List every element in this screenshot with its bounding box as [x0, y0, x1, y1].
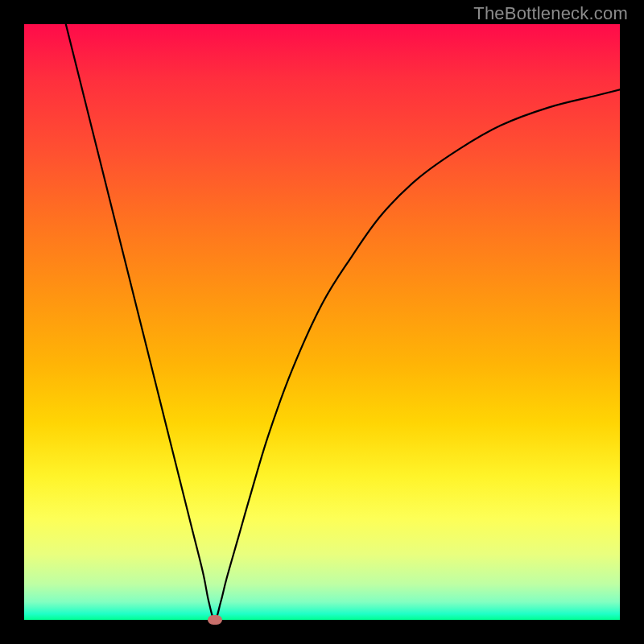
plot-area	[24, 24, 620, 620]
watermark-text: TheBottleneck.com	[473, 3, 628, 24]
chart-container: TheBottleneck.com	[0, 0, 644, 644]
bottleneck-curve	[24, 24, 620, 620]
minimum-marker	[208, 615, 222, 625]
